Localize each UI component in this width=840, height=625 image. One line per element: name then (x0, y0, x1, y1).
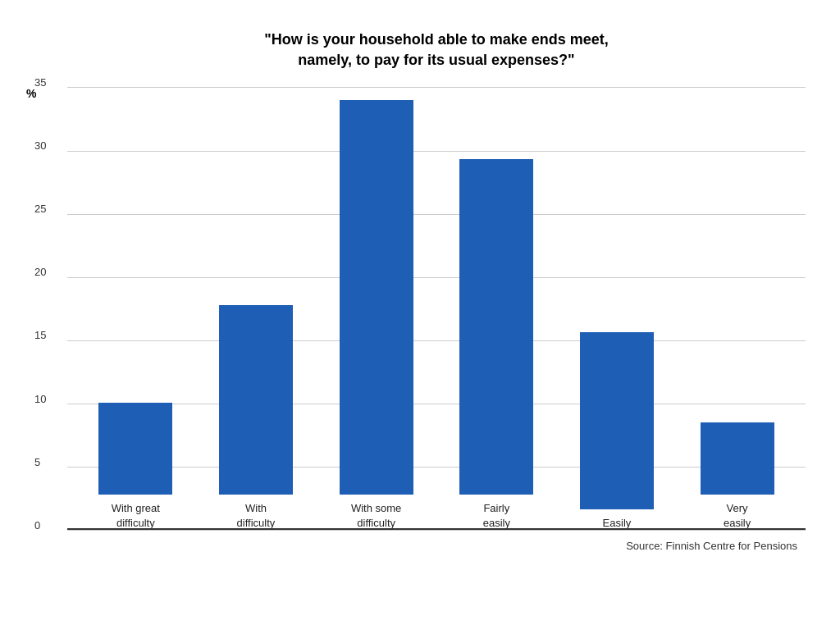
bar (580, 332, 654, 509)
bar-label: With greatdifficulty (112, 501, 160, 530)
bar (459, 159, 533, 495)
bar-label: Withdifficulty (237, 501, 276, 530)
bar-label: Veryeasily (724, 501, 751, 530)
grid-line-label: 20 (34, 266, 46, 278)
chart-title-line1: "How is your household able to make ends… (264, 31, 609, 48)
bar (340, 100, 413, 495)
grid-line-label: 15 (34, 329, 46, 341)
bar-group: Withdifficulty (203, 305, 309, 531)
x-axis-line (67, 528, 806, 530)
chart-area: % 05101520253035 With greatdifficultyWit… (67, 87, 806, 530)
chart-container: "How is your household able to make ends… (18, 13, 822, 612)
grid-line-label: 10 (34, 392, 46, 404)
bar (98, 403, 172, 495)
grid-line-label: 25 (34, 203, 46, 215)
chart-title: "How is your household able to make ends… (67, 30, 806, 71)
grid-and-bars: 05101520253035 With greatdifficultyWithd… (67, 87, 806, 530)
bar-label: With somedifficulty (351, 501, 401, 530)
source-text: Source: Finnish Centre for Pensions (67, 540, 806, 552)
bar-group: With somedifficulty (323, 100, 430, 530)
bar-group: Easily (564, 332, 670, 531)
grid-line-label: 30 (34, 139, 46, 152)
grid-line-label: 0 (34, 518, 40, 531)
bar-group: Veryeasily (684, 422, 791, 530)
grid-line-label: 5 (34, 455, 40, 468)
bar (701, 422, 774, 495)
chart-title-line2: namely, to pay for its usual expenses?" (298, 52, 574, 68)
grid-line-label: 35 (34, 75, 46, 88)
bar-group: Fairlyeasily (443, 159, 550, 530)
bar (219, 305, 293, 495)
bar-label: Fairlyeasily (483, 501, 510, 530)
bars-row: With greatdifficultyWithdifficultyWith s… (67, 87, 806, 530)
bar-group: With greatdifficulty (82, 403, 189, 531)
y-axis-label: % (26, 87, 36, 100)
grid-line: 0 (67, 530, 806, 531)
